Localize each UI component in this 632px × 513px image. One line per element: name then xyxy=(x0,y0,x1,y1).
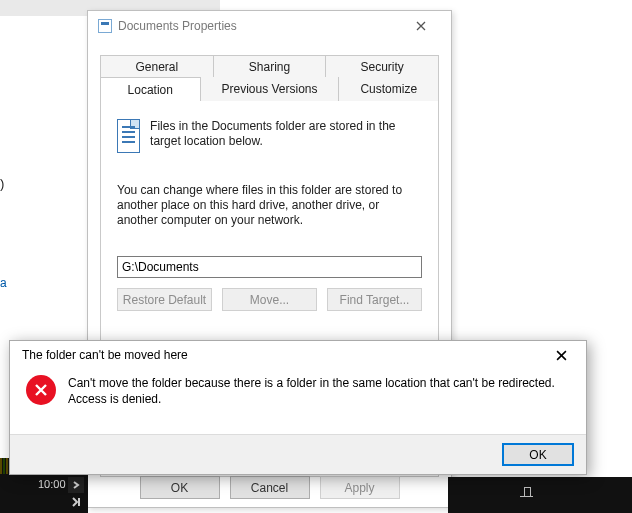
tab-security[interactable]: Security xyxy=(326,55,439,77)
tab-sharing[interactable]: Sharing xyxy=(214,55,327,77)
location-path-input[interactable]: G:\Documents xyxy=(117,256,422,278)
tab-control: General Sharing Security Location Previo… xyxy=(100,55,439,101)
error-ok-button[interactable]: OK xyxy=(502,443,574,466)
background-app-statusbar xyxy=(448,477,632,513)
restore-default-button[interactable]: Restore Default xyxy=(117,288,212,311)
error-message-line1: Can't move the folder because there is a… xyxy=(68,376,555,390)
error-title-text: The folder can't be moved here xyxy=(22,348,544,362)
move-button[interactable]: Move... xyxy=(222,288,317,311)
find-target-button[interactable]: Find Target... xyxy=(327,288,422,311)
error-icon xyxy=(26,375,56,405)
document-folder-icon xyxy=(117,119,140,153)
dialog-footer: OK Cancel Apply xyxy=(88,476,451,499)
close-button[interactable] xyxy=(401,12,441,40)
scroll-right-button[interactable] xyxy=(68,477,84,493)
error-titlebar[interactable]: The folder can't be moved here xyxy=(10,341,586,369)
timeline-time-label: 10:00 xyxy=(38,478,66,490)
tab-customize[interactable]: Customize xyxy=(339,77,439,101)
dialog-title-text: Documents Properties xyxy=(118,19,401,33)
location-change-text: You can change where files in this folde… xyxy=(117,183,422,228)
cancel-button[interactable]: Cancel xyxy=(230,476,310,499)
skip-end-button[interactable] xyxy=(68,494,84,510)
apply-button[interactable]: Apply xyxy=(320,476,400,499)
location-info-text: Files in the Documents folder are stored… xyxy=(150,119,422,153)
close-icon xyxy=(416,21,426,31)
chevron-right-icon xyxy=(72,481,80,489)
dialog-title-icon xyxy=(98,19,112,33)
stray-link-fragment[interactable]: a xyxy=(0,276,7,290)
error-footer: OK xyxy=(10,434,586,474)
tab-previous-versions[interactable]: Previous Versions xyxy=(201,77,340,101)
error-message: Can't move the folder because there is a… xyxy=(68,375,555,407)
tab-location[interactable]: Location xyxy=(100,77,201,101)
error-message-line2: Access is denied. xyxy=(68,392,161,406)
skip-end-icon xyxy=(71,497,81,507)
ok-button[interactable]: OK xyxy=(140,476,220,499)
error-dialog: The folder can't be moved here Can't mov… xyxy=(9,340,587,475)
tab-general[interactable]: General xyxy=(100,55,214,77)
error-close-button[interactable] xyxy=(544,343,578,367)
marker-icon xyxy=(520,487,534,501)
stray-text-paren: ) xyxy=(0,176,4,191)
dialog-titlebar[interactable]: Documents Properties xyxy=(88,11,451,41)
close-icon xyxy=(556,350,567,361)
